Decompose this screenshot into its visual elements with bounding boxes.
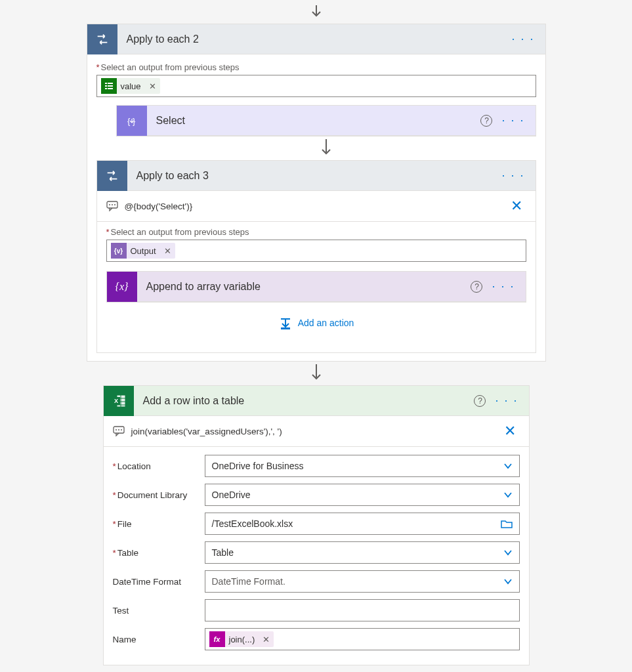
- svg-rect-3: [108, 85, 113, 87]
- svg-point-24: [121, 429, 122, 430]
- output-label: *Select an output from previous steps: [96, 62, 536, 72]
- svg-rect-11: [281, 318, 290, 320]
- help-icon[interactable]: ?: [480, 115, 492, 127]
- fx-icon: fx: [209, 631, 225, 647]
- svg-point-8: [109, 204, 110, 205]
- speech-icon: [106, 200, 118, 212]
- svg-point-9: [112, 204, 113, 205]
- menu-icon[interactable]: · · ·: [501, 169, 524, 182]
- name-input[interactable]: fx join(...) ✕: [205, 628, 520, 650]
- speech-icon: [113, 425, 125, 437]
- excel-action-card: X Add a row into a table ? · · · join(va…: [103, 385, 530, 665]
- comment-bar: @{body('Select')} ✕: [97, 191, 536, 222]
- arrow-connector-top: [7, 3, 625, 21]
- field-test: Test: [113, 599, 520, 621]
- field-doclib: *Document Library OneDrive: [113, 484, 520, 506]
- help-icon[interactable]: ?: [471, 281, 482, 293]
- list-icon: [101, 78, 117, 94]
- apply-to-each-2-card: Apply to each 2 · · · *Select an output …: [87, 24, 546, 362]
- file-picker[interactable]: /TestExcelBook.xlsx: [205, 513, 520, 535]
- apply-to-each-3-card: Apply to each 3 · · · @{body('Select')} …: [96, 160, 536, 353]
- menu-icon[interactable]: · · ·: [492, 280, 515, 293]
- output-token-input[interactable]: value ✕: [96, 75, 536, 97]
- svg-rect-5: [108, 88, 113, 89]
- apply-to-each-3-title: Apply to each 3: [127, 170, 502, 182]
- close-icon[interactable]: ✕: [507, 198, 526, 215]
- excel-header[interactable]: X Add a row into a table ? · · ·: [104, 386, 529, 416]
- close-icon[interactable]: ✕: [500, 423, 520, 440]
- help-icon[interactable]: ?: [474, 395, 486, 407]
- svg-rect-12: [281, 327, 290, 329]
- select-header[interactable]: { } Select ? · · ·: [117, 106, 536, 136]
- svg-text:X: X: [114, 398, 118, 404]
- menu-icon[interactable]: · · ·: [511, 32, 534, 46]
- menu-icon[interactable]: · · ·: [501, 114, 524, 127]
- append-title: Append to array variable: [137, 281, 471, 293]
- doclib-dropdown[interactable]: OneDrive: [205, 484, 520, 506]
- arrow-connector: [7, 364, 625, 383]
- chevron-down-icon: [503, 461, 513, 471]
- output-token-input-3[interactable]: {v} Output ✕: [106, 240, 526, 262]
- apply-to-each-2-header[interactable]: Apply to each 2 · · ·: [87, 24, 545, 54]
- excel-comment-bar: join(variables('var_assignedUsers'),', '…: [104, 416, 529, 447]
- svg-rect-0: [105, 83, 107, 84]
- excel-title: Add a row into a table: [134, 395, 474, 407]
- table-dropdown[interactable]: Table: [205, 541, 520, 564]
- select-title: Select: [147, 115, 481, 127]
- select-icon: { }: [117, 106, 147, 136]
- field-dtformat: DateTime Format DateTime Format.: [113, 570, 520, 593]
- foreach-icon: [87, 24, 117, 54]
- variable-icon: {x}: [107, 272, 137, 302]
- apply-to-each-2-title: Apply to each 2: [117, 33, 512, 45]
- field-table: *Table Table: [113, 541, 520, 564]
- select-action-card: { } Select ? · · ·: [116, 105, 536, 136]
- field-file: *File /TestExcelBook.xlsx: [113, 513, 520, 535]
- chevron-down-icon: [503, 490, 513, 499]
- foreach-icon: [97, 161, 127, 191]
- svg-rect-1: [108, 83, 113, 84]
- output-label-3: *Select an output from previous steps: [106, 227, 526, 237]
- arrow-connector: [116, 139, 536, 158]
- chevron-down-icon: [503, 548, 513, 557]
- field-name: Name fx join(...) ✕: [113, 628, 520, 650]
- menu-icon[interactable]: · · ·: [495, 394, 518, 408]
- add-step-icon: [278, 316, 293, 330]
- svg-rect-4: [105, 88, 107, 89]
- remove-token-icon[interactable]: ✕: [145, 81, 160, 91]
- svg-rect-2: [105, 85, 107, 87]
- location-dropdown[interactable]: OneDrive for Business: [205, 455, 520, 477]
- svg-point-10: [114, 204, 116, 205]
- braces-icon: {v}: [111, 243, 127, 259]
- chevron-down-icon: [503, 577, 513, 586]
- append-header[interactable]: {x} Append to array variable ? · · ·: [107, 272, 526, 302]
- svg-point-23: [118, 429, 119, 430]
- field-location: *Location OneDrive for Business: [113, 455, 520, 477]
- join-expression-token[interactable]: fx join(...) ✕: [209, 631, 274, 647]
- output-token[interactable]: {v} Output ✕: [111, 243, 175, 259]
- value-token[interactable]: value ✕: [101, 78, 160, 94]
- test-input[interactable]: [205, 599, 520, 621]
- apply-to-each-3-header[interactable]: Apply to each 3 · · ·: [97, 161, 536, 191]
- remove-token-icon[interactable]: ✕: [160, 246, 175, 256]
- excel-icon: X: [104, 386, 134, 416]
- append-action-card: {x} Append to array variable ? · · ·: [106, 271, 526, 303]
- dtformat-dropdown[interactable]: DateTime Format.: [205, 570, 520, 593]
- add-action-button[interactable]: Add an action: [278, 316, 354, 330]
- svg-point-22: [116, 429, 117, 430]
- remove-token-icon[interactable]: ✕: [259, 635, 274, 644]
- folder-icon[interactable]: [501, 519, 513, 528]
